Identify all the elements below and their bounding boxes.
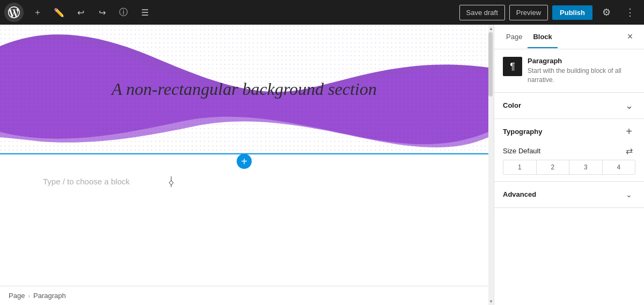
wp-logo[interactable] [4,3,24,22]
color-section-header[interactable]: Color ⌄ [494,93,644,118]
block-type-icon: ¶ [503,57,522,76]
save-draft-button[interactable]: Save draft [459,5,505,20]
tools-button[interactable]: ✏️ [49,3,69,22]
tools-icon: ✏️ [54,8,64,18]
undo-icon: ↩ [77,8,84,18]
size-options: 1 2 3 4 [503,160,635,175]
settings-icon: ⚙ [602,6,611,18]
advanced-section: Advanced ⌄ [494,182,644,208]
more-options-button[interactable]: ⋮ [620,3,640,22]
size-option-2[interactable]: 2 [537,160,570,174]
placeholder-text: Type / to choose a block [43,177,130,186]
breadcrumb-separator: › [28,293,30,299]
tab-block[interactable]: Block [528,26,557,48]
toolbar-right: Save draft Preview Publish ⚙ ⋮ [459,3,640,22]
ellipsis-icon: ⋮ [625,6,635,18]
wave-section: A non-rectangular background section [0,25,488,153]
add-block-button[interactable]: ＋ [28,3,47,22]
block-info-text: Paragraph Start with the building block … [528,57,635,85]
wave-heading-text: A non-rectangular background section [112,79,377,99]
advanced-expand-icon[interactable]: ⌄ [623,188,635,201]
size-label: Size Default [503,147,540,155]
canvas-scroll[interactable]: A non-rectangular background section + T… [0,25,488,286]
paragraph-icon: ¶ [510,61,515,72]
canvas-scrollbar[interactable]: ▲ ▼ [488,25,494,305]
main-toolbar: ＋ ✏️ ↩ ↪ ⓘ ☰ Save draft Preview Publish … [0,0,644,25]
main-layout: A non-rectangular background section + T… [0,25,644,305]
list-icon: ☰ [141,8,149,18]
block-inserter-button[interactable]: + [237,154,252,169]
advanced-section-header[interactable]: Advanced ⌄ [494,182,644,207]
wp-logo-icon [8,6,20,18]
paragraph-placeholder[interactable]: Type / to choose a block [0,168,488,195]
list-view-button[interactable]: ☰ [135,3,155,22]
scrollbar-thumb[interactable] [488,32,493,96]
typography-section: Typography + Size Default ⇄ 1 2 3 4 [494,119,644,182]
tab-page[interactable]: Page [501,26,528,48]
settings-button[interactable]: ⚙ [597,3,616,22]
breadcrumb-paragraph[interactable]: Paragraph [33,292,66,300]
sidebar-tabs: Page Block × [494,25,644,49]
advanced-section-title: Advanced [503,190,536,198]
block-info-desc: Start with the building block of all nar… [528,66,635,85]
block-info-section: ¶ Paragraph Start with the building bloc… [494,49,644,93]
canvas-area: A non-rectangular background section + T… [0,25,488,305]
size-option-1[interactable]: 1 [503,160,537,174]
size-options-actions: Size Default ⇄ [503,145,635,158]
size-section: Size Default ⇄ 1 2 3 4 [494,145,644,181]
breadcrumb-page[interactable]: Page [9,292,25,300]
size-option-4[interactable]: 4 [603,160,635,174]
publish-button[interactable]: Publish [552,5,592,20]
scrollbar-track[interactable] [488,32,494,297]
block-inserter-row: + [0,153,488,168]
undo-button[interactable]: ↩ [71,3,90,22]
add-icon: ＋ [33,7,42,18]
right-sidebar: Page Block × ¶ Paragraph Start with the … [494,25,644,305]
scroll-up-button[interactable]: ▲ [488,25,494,32]
block-info-button[interactable]: ⓘ [114,3,133,22]
breadcrumb: Page › Paragraph [0,286,488,305]
color-expand-icon[interactable]: ⌄ [623,99,635,112]
typography-add-icon[interactable]: + [623,125,635,138]
preview-button[interactable]: Preview [509,5,548,20]
color-section: Color ⌄ [494,93,644,119]
size-control-button[interactable]: ⇄ [623,145,635,158]
size-controls: ⇄ [623,145,635,158]
color-section-title: Color [503,101,521,109]
sidebar-close-button[interactable]: × [623,29,638,44]
redo-icon: ↪ [99,8,106,18]
typography-section-header[interactable]: Typography + [494,119,644,145]
size-option-3[interactable]: 3 [569,160,603,174]
scroll-down-button[interactable]: ▼ [488,297,494,305]
cursor-icon [169,176,175,187]
info-icon: ⓘ [119,7,128,18]
redo-button[interactable]: ↪ [92,3,112,22]
block-info-title: Paragraph [528,57,635,65]
typography-section-title: Typography [503,128,542,136]
